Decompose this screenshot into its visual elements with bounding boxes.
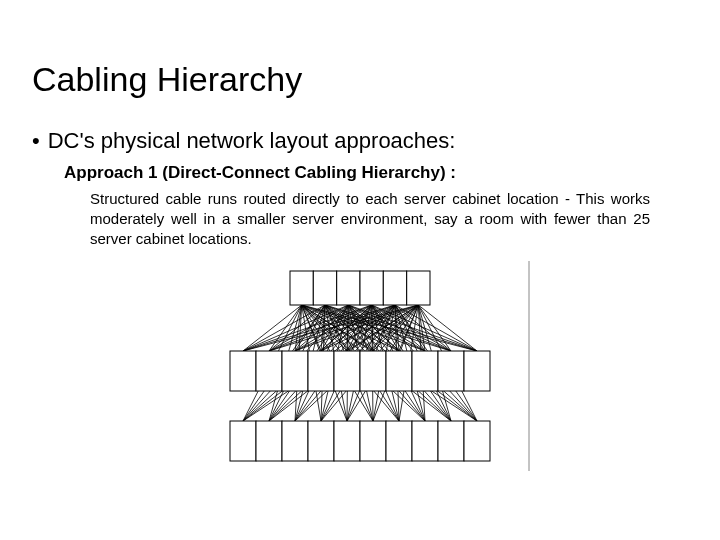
- approach-heading: Approach 1 (Direct-Connect Cabling Hiera…: [64, 163, 690, 183]
- svg-rect-129: [282, 351, 308, 391]
- svg-rect-125: [383, 271, 406, 305]
- svg-rect-121: [290, 271, 313, 305]
- diagram: [190, 261, 530, 471]
- svg-rect-146: [464, 421, 490, 461]
- svg-rect-133: [386, 351, 412, 391]
- svg-rect-144: [412, 421, 438, 461]
- approach-body: Structured cable runs routed directly to…: [90, 189, 650, 249]
- bullet-row: • DC's physical network layout approache…: [32, 127, 690, 155]
- svg-rect-138: [256, 421, 282, 461]
- page-title: Cabling Hierarchy: [32, 60, 690, 99]
- svg-rect-141: [334, 421, 360, 461]
- svg-rect-127: [230, 351, 256, 391]
- svg-line-110: [418, 305, 477, 351]
- svg-rect-143: [386, 421, 412, 461]
- bullet-text: DC's physical network layout approaches:: [48, 127, 456, 155]
- bullet-icon: •: [32, 127, 40, 155]
- svg-rect-131: [334, 351, 360, 391]
- svg-rect-137: [230, 421, 256, 461]
- cabling-diagram-svg: [190, 261, 530, 471]
- svg-rect-126: [407, 271, 430, 305]
- svg-rect-132: [360, 351, 386, 391]
- svg-rect-134: [412, 351, 438, 391]
- slide: Cabling Hierarchy • DC's physical networ…: [0, 0, 720, 540]
- svg-line-1: [243, 305, 302, 351]
- svg-rect-139: [282, 421, 308, 461]
- svg-rect-136: [464, 351, 490, 391]
- svg-rect-124: [360, 271, 383, 305]
- svg-rect-135: [438, 351, 464, 391]
- svg-rect-123: [337, 271, 360, 305]
- svg-rect-128: [256, 351, 282, 391]
- svg-rect-145: [438, 421, 464, 461]
- svg-rect-130: [308, 351, 334, 391]
- svg-rect-142: [360, 421, 386, 461]
- svg-rect-122: [313, 271, 336, 305]
- svg-rect-140: [308, 421, 334, 461]
